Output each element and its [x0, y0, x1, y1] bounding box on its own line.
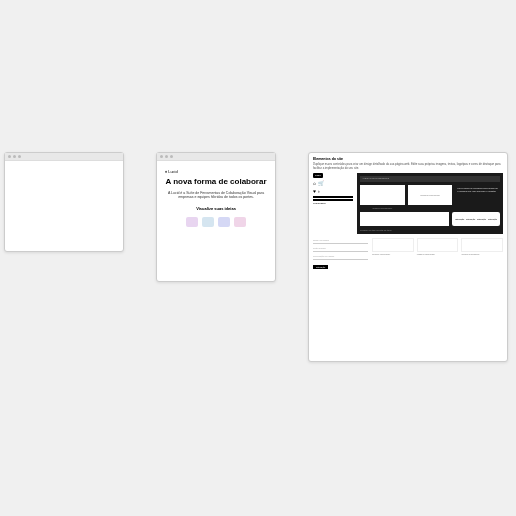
titlebar: [5, 153, 123, 161]
search-input[interactable]: Avalie a sua experiência: [360, 176, 500, 182]
hero-panel: Avalie a sua experiência imagem placehol…: [357, 173, 503, 234]
card[interactable]: Imagem placeholder: [461, 238, 503, 255]
submit-button[interactable]: Interação: [313, 265, 328, 269]
icon-row: ♥ ›: [313, 188, 353, 194]
shape-icon: [218, 217, 230, 227]
traffic-light-icon: [170, 155, 173, 158]
bottom-section: Nome do campo Outro campo Informação de …: [313, 238, 503, 269]
chevron-right-icon[interactable]: ›: [318, 188, 320, 194]
image-placeholder: [360, 212, 449, 226]
label: Imagem de item da lista de itens: [360, 229, 500, 231]
divider: [313, 196, 353, 198]
traffic-light-icon: [8, 155, 11, 158]
shape-icon: [234, 217, 246, 227]
image-placeholder: [360, 185, 405, 205]
row: Interação · Interação · Interação · Inte…: [360, 212, 500, 226]
cta-text[interactable]: Visualize suas ideias: [165, 206, 267, 211]
interaction-pills[interactable]: Interação · Interação · Interação · Inte…: [452, 212, 500, 226]
traffic-light-icon: [165, 155, 168, 158]
form-panel: Nome do campo Outro campo Informação de …: [313, 238, 368, 269]
sidebar-panel: Logo ⌕ 🛒 ♥ › Lubomasks: [313, 173, 353, 234]
col: Um exemplo de parágrafo para descrever a…: [455, 185, 500, 209]
page-subtitle: Duplique esses conteúdos para criar um d…: [313, 162, 503, 170]
shape-icon: [202, 217, 214, 227]
paragraph: Um exemplo de parágrafo para descrever a…: [455, 185, 500, 195]
card-image: [461, 238, 503, 252]
text-field[interactable]: Nome do campo: [313, 238, 368, 244]
label: imagem placeholder: [360, 207, 405, 209]
card-image: [417, 238, 459, 252]
logo-tag: Logo: [313, 173, 323, 178]
cart-icon[interactable]: 🛒: [318, 180, 324, 186]
icon-row: ⌕ 🛒: [313, 180, 353, 186]
illustration: [165, 217, 267, 227]
window-wireframe[interactable]: Elementos do site Duplique esses conteúd…: [308, 152, 508, 362]
traffic-light-icon: [160, 155, 163, 158]
card[interactable]: Imagem placeholder: [372, 238, 414, 255]
image-placeholder: Imagem placeholder: [408, 185, 453, 205]
card-label: Imagem placeholder: [372, 253, 414, 255]
lucid-logo: ♦ Lucid: [165, 169, 267, 174]
card-image: [372, 238, 414, 252]
caption: Lubomasks: [313, 202, 353, 205]
top-section: Logo ⌕ 🛒 ♥ › Lubomasks Avalie a sua expe…: [313, 173, 503, 234]
window-blank[interactable]: [4, 152, 124, 252]
description: A Lucid é a Suíte de Ferramentas de Cola…: [165, 191, 267, 200]
card-label: Imagem placeholder: [417, 253, 459, 255]
text-field[interactable]: Outro campo: [313, 246, 368, 252]
text-field[interactable]: Informação de campo: [313, 254, 368, 260]
titlebar: [157, 153, 275, 161]
hero-row: imagem placeholder Imagem placeholder Um…: [360, 185, 500, 209]
card[interactable]: Imagem placeholder: [417, 238, 459, 255]
card-label: Imagem placeholder: [461, 253, 503, 255]
col: Imagem placeholder: [408, 185, 453, 209]
search-icon[interactable]: ⌕: [313, 180, 316, 186]
page-title: Elementos do site: [313, 157, 503, 161]
traffic-light-icon: [13, 155, 16, 158]
lucid-body: ♦ Lucid A nova forma de colaborar A Luci…: [157, 161, 275, 235]
divider: [313, 199, 353, 201]
window-lucid[interactable]: ♦ Lucid A nova forma de colaborar A Luci…: [156, 152, 276, 282]
cards-panel: Imagem placeholder Imagem placeholder Im…: [372, 238, 503, 269]
cards-row: Imagem placeholder Imagem placeholder Im…: [372, 238, 503, 255]
wireframe-body: Elementos do site Duplique esses conteúd…: [309, 153, 507, 273]
col: imagem placeholder: [360, 185, 405, 209]
traffic-light-icon: [18, 155, 21, 158]
shape-icon: [186, 217, 198, 227]
headline: A nova forma de colaborar: [165, 178, 267, 187]
canvas[interactable]: ♦ Lucid A nova forma de colaborar A Luci…: [0, 0, 516, 516]
heart-icon[interactable]: ♥: [313, 188, 316, 194]
form: Nome do campo Outro campo Informação de …: [313, 238, 368, 260]
